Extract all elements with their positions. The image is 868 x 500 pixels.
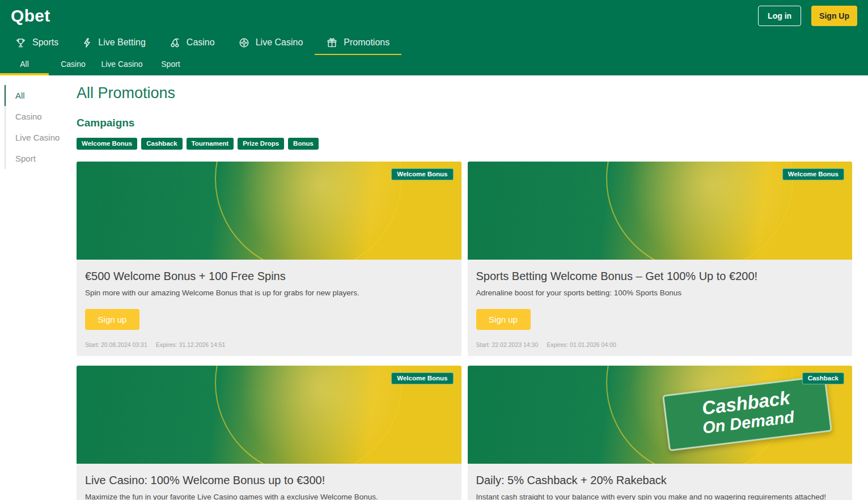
chip-cashback[interactable]: Cashback — [141, 138, 182, 150]
cherries-icon — [170, 37, 180, 48]
lightning-icon — [82, 37, 92, 48]
trophy-icon — [15, 37, 26, 48]
promo-card-live-casino-bonus[interactable]: Welcome Bonus Live Casino: 100% Welcome … — [77, 366, 461, 500]
promo-title: Live Casino: 100% Welcome Bonus up to €3… — [85, 474, 452, 487]
promo-expiry-date: Expires: 01.01.2026 04:00 — [547, 341, 616, 348]
promo-title: €500 Welcome Bonus + 100 Free Spins — [85, 270, 452, 283]
nav-item-sports[interactable]: Sports — [3, 31, 70, 55]
subnav-tab-casino[interactable]: Casino — [49, 55, 98, 75]
promo-card-sports-bonus[interactable]: Welcome Bonus Sports Betting Welcome Bon… — [468, 162, 853, 356]
promo-image-cashback-on-demand: Cashback On Demand Cashback — [468, 366, 853, 464]
card-body: Live Casino: 100% Welcome Bonus up to €3… — [77, 464, 461, 500]
promo-start-date: Start: 20.08.2024 03:31 — [85, 341, 147, 348]
nav-item-label: Live Casino — [256, 37, 303, 48]
signup-cta-button[interactable]: Sign up — [85, 309, 139, 330]
signup-button[interactable]: Sign Up — [811, 6, 857, 26]
sidebar-item-sport[interactable]: Sport — [5, 148, 77, 169]
main-nav: Sports Live Betting Casino — [0, 31, 868, 55]
card-body: Sports Betting Welcome Bonus – Get 100% … — [468, 260, 853, 356]
promotions-subnav: All Casino Live Casino Sport — [0, 55, 868, 75]
promo-card-cashback[interactable]: Cashback On Demand Cashback Daily: 5% Ca… — [468, 366, 853, 500]
card-body: €500 Welcome Bonus + 100 Free Spins Spin… — [77, 260, 461, 356]
decor-ring — [215, 162, 402, 260]
campaign-filter-chips: Welcome Bonus Cashback Tournament Prize … — [77, 138, 852, 150]
sidebar-item-live-casino[interactable]: Live Casino — [5, 127, 77, 148]
chip-tournament[interactable]: Tournament — [187, 138, 234, 150]
nav-item-casino[interactable]: Casino — [158, 31, 227, 55]
nav-item-label: Live Betting — [98, 37, 146, 48]
sidebar-item-casino[interactable]: Casino — [5, 106, 77, 127]
category-badge: Cashback — [802, 372, 844, 384]
nav-item-label: Promotions — [344, 37, 389, 48]
nav-item-live-betting[interactable]: Live Betting — [70, 31, 158, 55]
promo-title: Sports Betting Welcome Bonus – Get 100% … — [476, 270, 844, 283]
roulette-icon — [239, 37, 249, 48]
filter-sidebar: All Casino Live Casino Sport — [0, 75, 77, 500]
promo-image-athletes: Welcome Bonus — [468, 162, 853, 260]
promo-dates: Start: 20.08.2024 03:31 Expires: 31.12.2… — [85, 341, 452, 348]
decor-ring — [606, 162, 793, 260]
category-badge: Welcome Bonus — [391, 372, 453, 384]
card-body: Daily: 5% Cashback + 20% Rakeback Instan… — [468, 464, 853, 500]
promo-card-welcome-bonus[interactable]: Welcome Bonus €500 Welcome Bonus + 100 F… — [77, 162, 461, 356]
promo-description: Adrenaline boost for your sports betting… — [476, 289, 844, 297]
auth-buttons: Log in Sign Up — [758, 6, 857, 26]
brand-logo[interactable]: Qbet — [11, 6, 50, 26]
sidebar-list: All Casino Live Casino Sport — [5, 85, 77, 169]
subnav-tab-sport[interactable]: Sport — [146, 55, 195, 75]
promo-expiry-date: Expires: 31.12.2026 14:51 — [156, 341, 226, 348]
promo-start-date: Start: 22.02.2023 14:30 — [476, 341, 539, 348]
category-badge: Welcome Bonus — [782, 168, 844, 180]
signup-cta-button[interactable]: Sign up — [476, 309, 531, 330]
promo-description: Spin more with our amazing Welcome Bonus… — [85, 289, 452, 297]
promo-description: Maximize the fun in your favorite Live C… — [85, 493, 452, 500]
subnav-tab-live-casino[interactable]: Live Casino — [98, 55, 146, 75]
nav-item-promotions[interactable]: Promotions — [315, 31, 401, 55]
chip-prize-drops[interactable]: Prize Drops — [238, 138, 284, 150]
subnav-tab-all[interactable]: All — [0, 55, 49, 75]
main-content: All Promotions Campaigns Welcome Bonus C… — [77, 75, 868, 500]
promotion-cards-grid: Welcome Bonus €500 Welcome Bonus + 100 F… — [77, 162, 852, 500]
nav-item-label: Casino — [187, 37, 215, 48]
decor-ring — [215, 366, 402, 464]
chip-welcome-bonus[interactable]: Welcome Bonus — [77, 138, 137, 150]
nav-item-label: Sports — [32, 37, 58, 48]
chip-bonus[interactable]: Bonus — [288, 138, 319, 150]
promo-title: Daily: 5% Cashback + 20% Rakeback — [476, 474, 844, 487]
page-title: All Promotions — [77, 84, 852, 102]
promo-description: Instant cash straight to your balance wi… — [476, 493, 844, 500]
top-bar: Qbet Log in Sign Up — [0, 0, 868, 31]
promo-dates: Start: 22.02.2023 14:30 Expires: 01.01.2… — [476, 341, 844, 348]
page-layout: All Casino Live Casino Sport All Promoti… — [0, 75, 868, 500]
gift-icon — [327, 37, 337, 48]
sidebar-item-all[interactable]: All — [5, 85, 77, 106]
promo-image-slot-characters: Welcome Bonus — [77, 162, 461, 260]
nav-item-live-casino[interactable]: Live Casino — [227, 31, 315, 55]
campaigns-heading: Campaigns — [77, 117, 852, 129]
promo-image-dealers: Welcome Bonus — [77, 366, 461, 464]
category-badge: Welcome Bonus — [391, 168, 453, 180]
login-button[interactable]: Log in — [758, 6, 801, 26]
